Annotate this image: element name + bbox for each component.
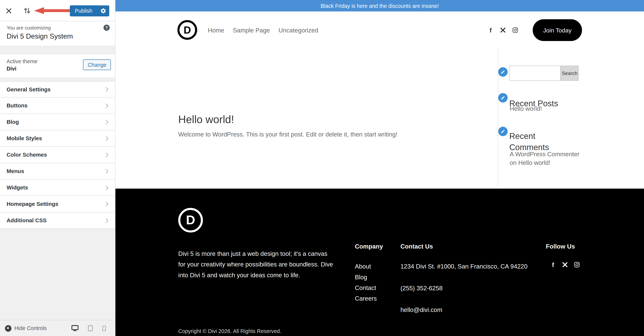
- customizer-sections-list: General Settings Buttons Blog Mobile Sty…: [0, 81, 115, 229]
- device-mobile-button[interactable]: [102, 325, 106, 331]
- instagram-icon[interactable]: [574, 261, 580, 268]
- footer-phone: (255) 352-6258: [400, 283, 536, 294]
- sidebar-item-blog[interactable]: Blog: [0, 114, 115, 130]
- x-twitter-icon[interactable]: [500, 27, 506, 33]
- customizer-bottombar: Hide Controls: [0, 320, 115, 336]
- sidebar-divider: [498, 48, 498, 186]
- active-theme-panel: Active theme Divi Change: [0, 54, 115, 78]
- device-desktop-button[interactable]: [72, 325, 78, 331]
- customizer-topbar: Publish: [0, 0, 115, 21]
- pencil-icon: [501, 95, 505, 100]
- sidebar-item-additional-css[interactable]: Additional CSS: [0, 212, 115, 229]
- footer-copyright: Copyright © Divi 2026. All Rights Reserv…: [178, 328, 281, 334]
- x-twitter-icon[interactable]: [562, 261, 568, 268]
- post-title[interactable]: Hello world!: [178, 112, 466, 126]
- recent-post-link[interactable]: Hello world!: [510, 104, 542, 113]
- site-preview: Black Friday is here and the discounts a…: [116, 0, 644, 336]
- chevron-right-icon: [104, 153, 108, 157]
- site-header: D Home Sample Page Uncategorized f Join: [116, 11, 644, 48]
- join-today-button[interactable]: Join Today: [533, 19, 582, 41]
- section-label: Blog: [6, 119, 19, 125]
- edit-recent-comments-widget-button[interactable]: [498, 127, 508, 136]
- annotation-arrow: [34, 7, 74, 14]
- chevron-right-icon: [104, 136, 108, 141]
- section-label: Color Schemes: [6, 152, 47, 158]
- facebook-icon[interactable]: f: [550, 261, 556, 268]
- search-button[interactable]: Search: [561, 66, 579, 81]
- sidebar-item-homepage-settings[interactable]: Homepage Settings: [0, 196, 115, 212]
- site-footer: D Divi 5 is more than just a web design …: [116, 189, 644, 336]
- sidebar-item-buttons[interactable]: Buttons: [0, 98, 115, 114]
- footer-description: Divi 5 is more than just a web design to…: [178, 249, 334, 281]
- section-label: Homepage Settings: [6, 201, 58, 207]
- recent-comment-link[interactable]: A WordPress Commenter on Hello world!: [510, 150, 584, 167]
- section-label: Mobile Styles: [6, 135, 42, 142]
- change-theme-button[interactable]: Change: [83, 59, 111, 70]
- section-label: Additional CSS: [6, 217, 46, 223]
- footer-link-blog[interactable]: Blog: [355, 272, 383, 283]
- search-input[interactable]: [509, 66, 561, 81]
- promo-banner: Black Friday is here and the discounts a…: [116, 0, 644, 11]
- footer-link-about[interactable]: About: [355, 261, 383, 272]
- help-icon[interactable]: ?: [104, 25, 110, 31]
- section-label: General Settings: [6, 86, 50, 92]
- edit-search-widget-button[interactable]: [498, 67, 508, 77]
- desktop-icon: [72, 325, 78, 331]
- section-label: Menus: [6, 168, 24, 174]
- facebook-icon[interactable]: f: [488, 27, 494, 33]
- nav-item-uncategorized[interactable]: Uncategorized: [278, 26, 318, 33]
- instagram-icon[interactable]: [512, 27, 518, 33]
- customizer-intro-panel: You are customizing Divi 5 Design System…: [0, 21, 115, 46]
- section-label: Buttons: [6, 103, 28, 109]
- footer-contact-title: Contact Us: [400, 243, 536, 250]
- footer-link-contact[interactable]: Contact: [355, 283, 383, 293]
- site-logo[interactable]: D: [178, 20, 197, 40]
- customizer-panel-title: Divi 5 Design System: [6, 32, 108, 41]
- sort-arrows-icon[interactable]: [23, 6, 31, 15]
- sidebar-item-widgets[interactable]: Widgets: [0, 179, 115, 196]
- nav-item-home[interactable]: Home: [208, 26, 224, 33]
- mobile-icon: [102, 325, 106, 331]
- footer-email[interactable]: hello@divi.com: [400, 305, 536, 315]
- device-tablet-button[interactable]: [88, 325, 93, 331]
- tablet-icon: [88, 325, 93, 331]
- chevron-right-icon: [104, 169, 108, 173]
- sidebar-item-menus[interactable]: Menus: [0, 163, 115, 179]
- footer-logo[interactable]: D: [178, 208, 203, 232]
- recent-comments-title: Recent Comments: [509, 131, 569, 153]
- customizer-sidebar: Publish You are customizing Divi 5 Desig…: [0, 0, 116, 336]
- customizing-label: You are customizing: [6, 25, 108, 31]
- footer-company-title: Company: [355, 243, 383, 250]
- close-icon: [4, 8, 13, 14]
- section-label: Widgets: [6, 184, 28, 191]
- edit-recent-posts-widget-button[interactable]: [498, 93, 508, 103]
- publish-button[interactable]: Publish: [70, 5, 98, 16]
- footer-address: 1234 Divi St. #1000, San Francisco, CA 9…: [400, 261, 536, 272]
- device-preview-toggles: [72, 325, 106, 331]
- chevron-right-icon: [104, 87, 108, 92]
- publish-settings-button[interactable]: [97, 5, 109, 16]
- nav-item-sample-page[interactable]: Sample Page: [233, 26, 270, 33]
- pencil-icon: [501, 129, 505, 134]
- chevron-right-icon: [104, 120, 108, 124]
- chevron-right-icon: [104, 103, 108, 108]
- screenshot-root: Publish You are customizing Divi 5 Desig…: [0, 0, 644, 336]
- header-social-icons: f: [488, 11, 518, 48]
- blog-content: Hello world! Welcome to WordPress. This …: [116, 48, 644, 188]
- sidebar-item-general-settings[interactable]: General Settings: [0, 81, 115, 98]
- sidebar-item-color-schemes[interactable]: Color Schemes: [0, 147, 115, 163]
- chevron-right-icon: [104, 185, 108, 190]
- main-nav: Home Sample Page Uncategorized: [208, 11, 318, 48]
- gear-icon: [98, 8, 109, 14]
- chevron-right-icon: [104, 202, 108, 206]
- close-customizer-button[interactable]: [4, 6, 13, 15]
- footer-link-careers[interactable]: Careers: [355, 293, 383, 304]
- chevron-right-icon: [104, 218, 108, 223]
- footer-follow-column: Follow Us f: [546, 243, 580, 268]
- post-preview: Hello world! Welcome to WordPress. This …: [178, 112, 466, 140]
- footer-follow-title: Follow Us: [546, 243, 580, 250]
- hide-controls-button[interactable]: Hide Controls: [5, 325, 47, 332]
- sidebar-item-mobile-styles[interactable]: Mobile Styles: [0, 130, 115, 147]
- pencil-icon: [501, 70, 505, 74]
- post-excerpt: Welcome to WordPress. This is your first…: [178, 130, 466, 140]
